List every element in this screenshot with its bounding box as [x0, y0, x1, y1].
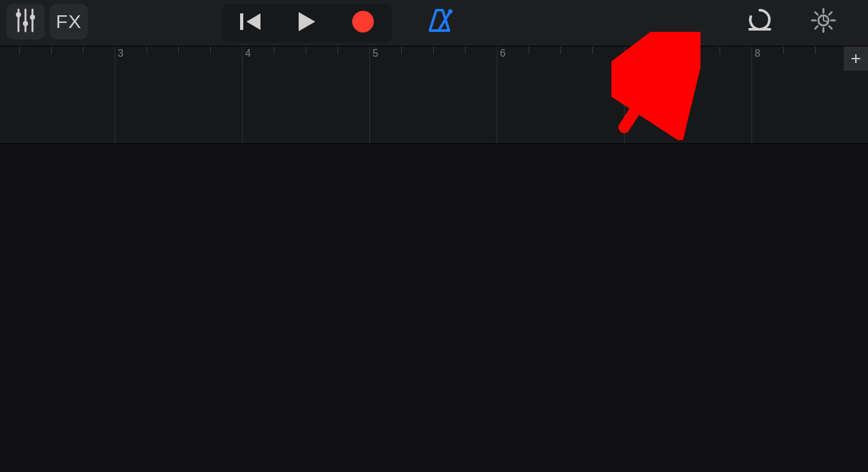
left-tool-group: FX — [6, 4, 88, 39]
svg-point-11 — [448, 10, 453, 14]
gear-icon — [811, 8, 836, 36]
loop-button[interactable] — [741, 4, 779, 39]
timeline-ruler[interactable]: 345678 + — [0, 46, 868, 145]
bar-number: 7 — [627, 48, 633, 59]
fx-label: FX — [56, 11, 82, 32]
sub-tick — [688, 46, 688, 54]
svg-point-9 — [352, 11, 374, 32]
svg-marker-8 — [299, 12, 315, 31]
plus-icon: + — [851, 50, 861, 68]
go-to-start-icon — [240, 12, 262, 34]
ruler-ticks: 345678 — [0, 46, 844, 143]
sub-tick — [560, 46, 561, 54]
sub-tick — [656, 46, 657, 54]
sub-tick — [401, 46, 402, 54]
sub-tick — [306, 46, 306, 54]
metronome-button[interactable] — [414, 4, 465, 39]
sub-tick — [529, 46, 529, 54]
svg-line-23 — [823, 20, 827, 22]
bar-number: 6 — [500, 48, 506, 59]
transport-group — [222, 4, 392, 42]
metronome-icon — [425, 8, 454, 36]
record-icon — [352, 10, 374, 36]
add-track-button[interactable]: + — [844, 46, 868, 71]
mixer-button[interactable] — [6, 4, 45, 39]
svg-line-20 — [829, 12, 832, 15]
sub-tick — [178, 46, 179, 54]
bar-line — [497, 46, 497, 143]
go-to-start-button[interactable] — [223, 5, 279, 41]
svg-line-18 — [815, 12, 818, 15]
bar-number: 3 — [118, 48, 124, 59]
svg-point-4 — [23, 21, 28, 26]
sub-tick — [19, 46, 20, 54]
record-button[interactable] — [335, 5, 391, 41]
mixer-sliders-icon — [15, 8, 36, 35]
sub-tick — [783, 46, 784, 54]
bar-line — [115, 46, 115, 143]
sub-tick — [592, 46, 593, 54]
top-toolbar: FX — [0, 0, 868, 46]
bar-line — [369, 46, 370, 143]
bar-line — [242, 46, 243, 143]
loop-icon — [746, 8, 774, 36]
sub-tick — [274, 46, 274, 54]
sub-tick — [465, 46, 466, 54]
arrangement-canvas[interactable] — [0, 144, 868, 472]
svg-line-19 — [829, 26, 832, 29]
fx-button[interactable]: FX — [50, 4, 88, 39]
sub-tick — [210, 46, 211, 54]
bar-number: 8 — [755, 48, 760, 59]
sub-tick — [146, 46, 147, 54]
right-tool-group — [741, 4, 843, 39]
bar-line — [751, 46, 752, 143]
svg-point-5 — [30, 15, 35, 20]
play-button[interactable] — [279, 5, 335, 41]
svg-marker-7 — [246, 13, 260, 30]
sub-tick — [815, 46, 816, 54]
bar-number: 4 — [245, 48, 251, 59]
svg-line-21 — [815, 26, 818, 29]
svg-rect-6 — [240, 13, 243, 30]
settings-button[interactable] — [804, 4, 843, 39]
play-icon — [297, 11, 317, 35]
sub-tick — [83, 46, 83, 54]
sub-tick — [720, 46, 720, 54]
sub-tick — [338, 46, 338, 54]
sub-tick — [51, 46, 52, 54]
svg-point-3 — [16, 12, 21, 17]
bar-line — [624, 46, 625, 143]
bar-number: 5 — [373, 48, 378, 59]
sub-tick — [433, 46, 434, 54]
